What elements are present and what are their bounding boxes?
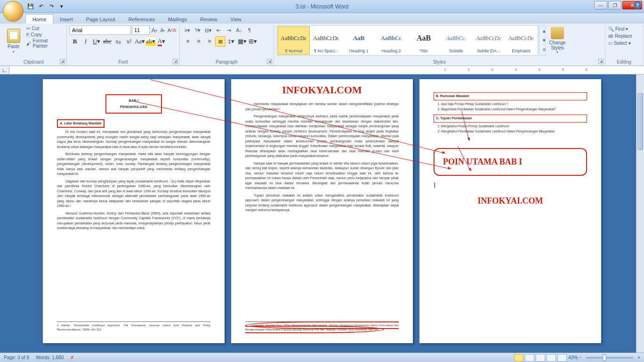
document-area[interactable]: BAB I PENDAHULUAN A. Latar Belakang Masa… — [0, 74, 644, 353]
ribbon-tabs: Home Insert Page Layout References Maili… — [0, 13, 644, 24]
change-case-button[interactable]: Aa▾ — [135, 36, 145, 47]
redo-icon[interactable]: ↷ — [47, 2, 56, 11]
shrink-font-icon[interactable]: A▾ — [159, 25, 167, 35]
font-dialog-icon[interactable]: ◢ — [173, 59, 178, 64]
page-3[interactable]: B. Rumusan Masalah Apa Saja Prinsip-Prin… — [419, 79, 601, 343]
multilevel-icon[interactable]: ⊟▾ — [203, 25, 213, 35]
increase-indent-icon[interactable]: ⇥ — [224, 25, 233, 35]
undo-icon[interactable]: ↶ — [37, 2, 45, 11]
watermark-bottom: INFOKYAI.COM — [434, 195, 587, 207]
qat-dropdown-icon[interactable]: ▾ — [57, 2, 66, 11]
align-right-icon[interactable]: ≡ — [204, 36, 215, 47]
paragraph-dialog-icon[interactable]: ◢ — [267, 59, 272, 64]
zoom-out-icon[interactable]: − — [579, 355, 582, 360]
proofing-icon[interactable]: ✗ — [70, 355, 74, 360]
clipboard-dialog-icon[interactable]: ◢ — [60, 59, 65, 64]
font-name-input[interactable] — [70, 25, 131, 35]
save-icon[interactable]: 💾 — [26, 2, 35, 11]
page-indicator[interactable]: Page: 3 of 9 — [4, 355, 29, 360]
tab-review[interactable]: Review — [193, 15, 224, 24]
zoom-level[interactable]: 43% — [568, 355, 578, 360]
scrollbar-thumb[interactable] — [637, 93, 643, 150]
select-button[interactable]: ▭Select ▾ — [608, 40, 640, 47]
zoom-in-icon[interactable]: + — [637, 355, 640, 360]
text-cursor — [435, 182, 435, 188]
outline-view-icon[interactable] — [547, 354, 556, 362]
paste-button[interactable]: Paste ▾ — [4, 25, 24, 57]
style-subtleem[interactable]: AaBbCcDcSubtle Em... — [473, 26, 505, 55]
quick-access-toolbar: 💾 ↶ ↷ ▾ — [26, 2, 66, 11]
vertical-scrollbar[interactable] — [636, 74, 644, 353]
tab-home[interactable]: Home — [25, 14, 53, 24]
cut-button[interactable]: ✂Cut — [26, 25, 64, 32]
style-title[interactable]: AaBTitle — [408, 26, 440, 55]
zoom-slider[interactable] — [586, 357, 633, 359]
annotation-section-b: B. Rumusan Masalah — [434, 92, 587, 100]
change-styles-button[interactable]: Change Styles▾ — [547, 25, 568, 56]
grow-font-icon[interactable]: A▴ — [151, 25, 158, 35]
replace-button[interactable]: abReplace — [608, 33, 640, 40]
clear-format-icon[interactable]: A⌫ — [167, 25, 177, 35]
copy-icon: ⎘ — [26, 32, 29, 37]
align-left-icon[interactable]: ≡ — [183, 36, 193, 47]
decrease-indent-icon[interactable]: ⇤ — [214, 25, 223, 35]
style-gallery[interactable]: AaBbCcDc¶ Normal AaBbCcDc¶ No Spaci... A… — [277, 25, 538, 56]
office-button[interactable] — [3, 1, 24, 22]
horizontal-ruler[interactable]: ∟ 1 1 2 3 4 5 6 — [0, 66, 644, 74]
borders-icon[interactable]: ⊞▾ — [248, 36, 258, 47]
annotation-main-point: POIN UTAMA BAB I — [434, 148, 587, 176]
help-icon[interactable]: ? — [634, 1, 641, 9]
titlebar: 💾 ↶ ↷ ▾ 3.isi - Microsoft Word — ❐ ✕ — [0, 0, 644, 13]
style-heading1[interactable]: AaBHeading 1 — [343, 26, 375, 55]
find-button[interactable]: 🔍Find ▾ — [608, 25, 640, 33]
underline-button[interactable]: U▾ — [91, 36, 102, 47]
tab-view[interactable]: View — [224, 15, 248, 24]
tab-selector[interactable]: ∟ — [0, 66, 9, 74]
ribbon: Paste ▾ ✂Cut ⎘Copy 🖌Format Painter Clipb… — [0, 24, 644, 66]
subscript-button[interactable]: x₂ — [113, 36, 123, 47]
annotation-footnote-circle: 2 Nasdian, Fredian Tony. 2014. Pengemban… — [245, 321, 399, 333]
bold-button[interactable]: B — [70, 36, 80, 47]
strike-button[interactable]: abc — [102, 36, 113, 47]
shading-icon[interactable]: ▦▾ — [237, 36, 247, 47]
styles-dialog-icon[interactable]: ◢ — [598, 59, 604, 64]
statusbar: Page: 3 of 9 Words: 1,680 ✗ 43% − + — [0, 353, 644, 362]
group-paragraph: ≡▾ ⅟▾ ⊟▾ ⇤ ⇥ A↓ ¶ ≡ ≡ ≡ ≣ ‡▾ ▦▾ ⊞▾ Parag… — [180, 25, 274, 66]
page-2[interactable]: INFOKYAI.COM membantu masyarakat menyiap… — [231, 79, 413, 343]
web-layout-view-icon[interactable] — [536, 354, 545, 362]
style-emphasis[interactable]: AaBbCcDcEmphasis — [505, 26, 537, 55]
tab-mailings[interactable]: Mailings — [161, 15, 193, 24]
maximize-button[interactable]: ❐ — [608, 1, 621, 9]
tab-page-layout[interactable]: Page Layout — [80, 15, 122, 24]
minimize-button[interactable]: — — [594, 1, 607, 9]
tab-insert[interactable]: Insert — [53, 15, 80, 24]
align-center-icon[interactable]: ≡ — [193, 36, 204, 47]
font-size-input[interactable] — [132, 25, 150, 35]
justify-icon[interactable]: ≣ — [215, 36, 225, 47]
superscript-button[interactable]: x² — [124, 36, 134, 47]
word-count[interactable]: Words: 1,680 — [36, 355, 64, 360]
italic-button[interactable]: I — [80, 36, 91, 47]
sort-icon[interactable]: A↓ — [234, 25, 244, 35]
format-painter-button[interactable]: 🖌Format Painter — [26, 38, 64, 49]
tab-references[interactable]: References — [122, 15, 161, 24]
page-1[interactable]: BAB I PENDAHULUAN A. Latar Belakang Masa… — [43, 79, 225, 343]
draft-view-icon[interactable] — [557, 354, 567, 362]
bullets-icon[interactable]: ≡▾ — [183, 25, 192, 35]
group-editing: 🔍Find ▾ abReplace ▭Select ▾ Editing — [605, 25, 643, 66]
print-layout-view-icon[interactable] — [514, 354, 523, 362]
paste-icon — [7, 29, 20, 43]
full-screen-view-icon[interactable] — [525, 354, 534, 362]
show-marks-icon[interactable]: ¶ — [245, 25, 254, 35]
style-subtitle[interactable]: AaBbCc.Subtitle — [440, 26, 472, 55]
style-heading2[interactable]: AaBbCcHeading 2 — [375, 26, 407, 55]
style-nospacing[interactable]: AaBbCcDc¶ No Spaci... — [310, 26, 342, 55]
line-spacing-icon[interactable]: ‡▾ — [226, 36, 236, 47]
highlight-button[interactable]: ab▾ — [145, 36, 156, 47]
style-normal[interactable]: AaBbCcDc¶ Normal — [278, 26, 310, 55]
group-clipboard: Paste ▾ ✂Cut ⎘Copy 🖌Format Painter Clipb… — [1, 25, 67, 66]
annotation-bab-box: BAB I PENDAHULUAN — [105, 94, 162, 114]
copy-button[interactable]: ⎘Copy — [26, 32, 64, 38]
font-color-button[interactable]: A▾ — [156, 36, 167, 47]
numbering-icon[interactable]: ⅟▾ — [193, 25, 202, 35]
